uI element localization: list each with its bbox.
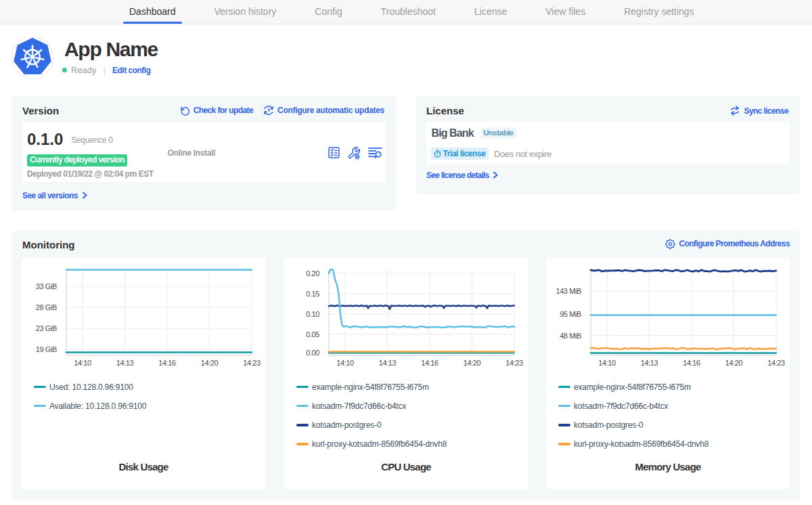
svg-text:48 MiB: 48 MiB [560, 332, 581, 340]
svg-text:19 GiB: 19 GiB [36, 345, 57, 353]
svg-text:14:16: 14:16 [421, 359, 438, 367]
svg-text:14:20: 14:20 [201, 359, 219, 367]
svg-text:14:10: 14:10 [74, 359, 91, 367]
svg-text:33 GiB: 33 GiB [36, 282, 57, 290]
svg-text:0.20: 0.20 [306, 269, 319, 278]
svg-text:95 MiB: 95 MiB [560, 310, 581, 318]
svg-text:14:13: 14:13 [379, 359, 397, 367]
svg-text:14:10: 14:10 [336, 359, 354, 367]
svg-text:0.00: 0.00 [306, 349, 319, 357]
svg-text:14:13: 14:13 [116, 359, 134, 367]
svg-text:28 GiB: 28 GiB [36, 303, 57, 311]
svg-text:14:13: 14:13 [641, 359, 658, 367]
svg-text:0.15: 0.15 [306, 290, 319, 298]
svg-text:14:23: 14:23 [767, 359, 785, 367]
svg-text:14:20: 14:20 [725, 359, 743, 367]
svg-text:0.10: 0.10 [306, 310, 319, 318]
svg-text:14:16: 14:16 [158, 359, 176, 367]
svg-text:14:10: 14:10 [598, 359, 616, 367]
svg-text:14:23: 14:23 [505, 359, 523, 367]
svg-text:23 GiB: 23 GiB [36, 324, 57, 332]
svg-text:14:16: 14:16 [683, 359, 700, 367]
svg-text:14:23: 14:23 [243, 359, 261, 367]
svg-text:143 MiB: 143 MiB [556, 287, 581, 295]
svg-text:0.05: 0.05 [306, 330, 319, 338]
svg-text:14:20: 14:20 [464, 359, 481, 367]
